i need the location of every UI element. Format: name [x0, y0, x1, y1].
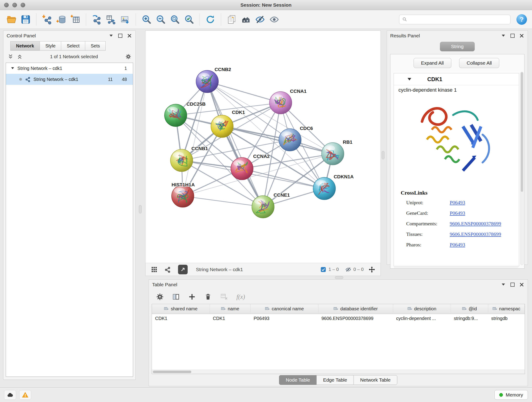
- network-node-CDC25B[interactable]: [165, 104, 187, 127]
- panel-float-icon[interactable]: [510, 33, 515, 38]
- pan-tool-button[interactable]: [367, 264, 377, 274]
- results-horizontal-scrollbar[interactable]: [394, 266, 519, 268]
- hide-selected-button[interactable]: [254, 13, 266, 26]
- column-header-namespace[interactable]: namespac: [488, 304, 525, 314]
- cell-canonical-name[interactable]: P06493: [250, 314, 318, 323]
- network-edge[interactable]: [207, 82, 263, 207]
- import-network-file-button[interactable]: [41, 13, 53, 26]
- delete-column-button[interactable]: [203, 292, 213, 302]
- network-node-CDK1[interactable]: [211, 115, 233, 138]
- network-node-CCNE1[interactable]: [252, 196, 274, 218]
- cell-database-identifier[interactable]: 9606.ENSP00000378699: [318, 314, 393, 323]
- network-graph[interactable]: CCNB2CCNA1CDC25BCDK1CDC6RB1CCNB1CCNA2CDK…: [146, 31, 380, 263]
- warning-status-button[interactable]: [19, 390, 31, 400]
- clone-network-button[interactable]: [104, 13, 117, 26]
- network-node-CCNA2[interactable]: [231, 157, 253, 180]
- network-node-CCNA1[interactable]: [269, 91, 292, 114]
- disclosure-triangle-icon[interactable]: [11, 66, 15, 70]
- collapse-all-button[interactable]: Collapse All: [459, 58, 500, 68]
- add-column-button[interactable]: [187, 292, 197, 302]
- table-horizontal-scrollbar[interactable]: [152, 370, 525, 374]
- crosslink-value-link[interactable]: P06493: [450, 200, 465, 206]
- tab-select[interactable]: Select: [61, 41, 85, 51]
- first-neighbors-button[interactable]: [239, 13, 252, 26]
- panel-collapse-icon[interactable]: [500, 33, 506, 38]
- network-edge[interactable]: [207, 82, 280, 103]
- network-edge[interactable]: [183, 154, 333, 196]
- window-minimize-button[interactable]: [12, 3, 17, 7]
- panel-close-icon[interactable]: [127, 33, 132, 38]
- tab-network-table[interactable]: Network Table: [354, 375, 397, 385]
- panel-float-icon[interactable]: [118, 33, 123, 38]
- save-session-button[interactable]: [19, 13, 32, 26]
- network-node-CDC6[interactable]: [279, 128, 301, 151]
- function-builder-button[interactable]: f(x): [236, 293, 245, 300]
- zoom-out-button[interactable]: [154, 13, 167, 26]
- network-edge[interactable]: [183, 196, 263, 207]
- cell-id[interactable]: stringdb:9...: [451, 314, 488, 323]
- column-header-canonical-name[interactable]: canonical name: [250, 304, 318, 314]
- panel-float-icon[interactable]: [510, 282, 515, 287]
- scrollbar-thumb[interactable]: [153, 370, 191, 373]
- cell-namespace[interactable]: stringdb: [488, 314, 525, 323]
- window-close-button[interactable]: [4, 3, 9, 7]
- delete-table-button[interactable]: [219, 292, 229, 302]
- table-row[interactable]: CDK1 CDK1 P06493 9606.ENSP00000378699 cy…: [152, 314, 525, 323]
- cell-name[interactable]: CDK1: [210, 314, 250, 323]
- panel-close-icon[interactable]: [519, 282, 525, 287]
- tab-sets[interactable]: Sets: [85, 41, 106, 51]
- tab-style[interactable]: Style: [40, 41, 61, 51]
- search-input[interactable]: [410, 17, 507, 22]
- zoom-fit-button[interactable]: [168, 13, 181, 26]
- protein-card-header[interactable]: CDK1: [394, 73, 519, 85]
- results-vertical-scrollbar[interactable]: [520, 72, 524, 265]
- column-header-description[interactable]: description: [393, 304, 451, 314]
- tab-network[interactable]: Network: [10, 41, 40, 51]
- collapse-all-icon[interactable]: [7, 54, 13, 60]
- export-image-button[interactable]: [119, 13, 132, 26]
- network-style-button[interactable]: [162, 264, 172, 274]
- new-network-button[interactable]: [90, 13, 103, 26]
- help-button[interactable]: ?: [516, 14, 527, 25]
- column-header-shared-name[interactable]: shared name: [152, 304, 210, 314]
- crosslink-value-link[interactable]: P06493: [450, 242, 465, 248]
- expand-all-button[interactable]: Expand All: [413, 58, 451, 68]
- right-splitter-handle[interactable]: [382, 151, 385, 159]
- network-node-CCNB1[interactable]: [171, 149, 193, 172]
- network-edge[interactable]: [183, 82, 207, 196]
- memory-button[interactable]: Memory: [494, 390, 528, 400]
- window-zoom-button[interactable]: [21, 3, 25, 7]
- network-node-CDKN1A[interactable]: [313, 177, 336, 200]
- open-session-button[interactable]: [5, 13, 18, 26]
- left-splitter-handle[interactable]: [139, 205, 142, 213]
- column-header-name[interactable]: name: [210, 304, 250, 314]
- column-header-id[interactable]: @id: [451, 304, 488, 314]
- network-canvas[interactable]: CCNB2CCNA1CDC25BCDK1CDC6RB1CCNB1CCNA2CDK…: [146, 31, 380, 263]
- crosslink-value-link[interactable]: 9606.ENSP00000378699: [450, 231, 501, 237]
- grid-view-button[interactable]: [149, 264, 159, 274]
- network-collection-row[interactable]: String Network – cdk1 1: [6, 63, 133, 74]
- network-node-HIST1H1A[interactable]: [172, 185, 194, 207]
- network-node-RB1[interactable]: [322, 143, 344, 165]
- import-table-button[interactable]: [69, 13, 82, 26]
- gear-icon[interactable]: [125, 54, 131, 60]
- tab-node-table[interactable]: Node Table: [279, 375, 317, 385]
- network-node-CCNB2[interactable]: [196, 70, 219, 93]
- table-settings-button[interactable]: [155, 292, 165, 302]
- network-row[interactable]: String Network – cdk1 11 48: [6, 74, 133, 85]
- panel-collapse-icon[interactable]: [108, 33, 114, 38]
- disclosure-triangle-icon[interactable]: [407, 77, 412, 82]
- cell-shared-name[interactable]: CDK1: [152, 314, 210, 323]
- duplicate-document-button[interactable]: [225, 13, 238, 26]
- panel-close-icon[interactable]: [519, 33, 525, 38]
- expand-all-icon[interactable]: [17, 54, 23, 60]
- cloud-status-button[interactable]: [4, 390, 16, 400]
- cell-description[interactable]: cyclin-dependent ...: [393, 314, 451, 323]
- show-columns-button[interactable]: [171, 292, 181, 302]
- import-network-database-button[interactable]: [55, 13, 68, 26]
- show-all-button[interactable]: [268, 13, 281, 26]
- apply-layout-button[interactable]: [204, 13, 217, 26]
- crosslink-value-link[interactable]: 9606.ENSP00000378699: [450, 221, 501, 227]
- tab-edge-table[interactable]: Edge Table: [317, 375, 354, 385]
- zoom-selected-button[interactable]: [183, 13, 196, 26]
